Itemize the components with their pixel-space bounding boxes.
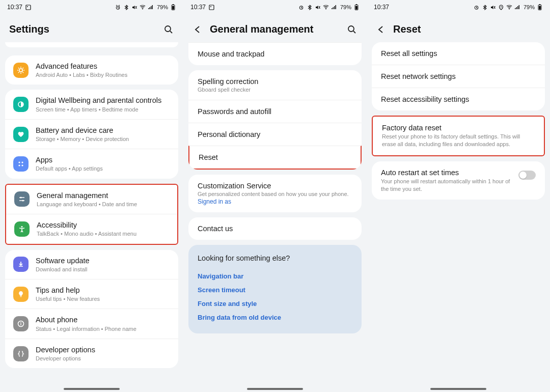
page-title: Reset [393, 23, 421, 35]
row-factory-reset[interactable]: Factory data reset Reset your phone to i… [373, 117, 544, 155]
row-subtitle: Get personalized content based on how yo… [198, 191, 352, 197]
settings-group: Digital Wellbeing and parental controls … [5, 90, 178, 178]
row-digital-wellbeing[interactable]: Digital Wellbeing and parental controls … [5, 90, 178, 119]
row-personal-dictionary[interactable]: Personal dictionary [188, 123, 362, 146]
svg-point-14 [20, 197, 21, 199]
battery-icon [537, 4, 543, 10]
row-title: Spelling correction [198, 77, 352, 86]
svg-rect-17 [20, 296, 22, 297]
back-button[interactable] [193, 24, 203, 35]
svg-point-31 [509, 9, 510, 10]
row-title: General management [37, 191, 169, 200]
row-reset-network[interactable]: Reset network settings [372, 65, 545, 88]
row-title: About phone [36, 315, 170, 324]
row-title: Software update [36, 256, 170, 265]
svg-rect-20 [20, 323, 21, 325]
row-title: Apps [36, 155, 170, 164]
link-navigation-bar[interactable]: Navigation bar [198, 269, 352, 283]
bluetooth-icon [482, 5, 488, 10]
row-apps[interactable]: Apps Default apps • App settings [5, 149, 178, 178]
row-passwords-autofill[interactable]: Passwords and autofill [188, 100, 362, 123]
nav-handle[interactable] [430, 388, 486, 390]
alarm-icon [298, 5, 305, 10]
status-bar: 10:37 79% [183, 0, 367, 14]
svg-point-30 [501, 6, 502, 7]
status-time: 10:37 [190, 4, 206, 11]
row-reset[interactable]: Reset [188, 146, 362, 170]
row-software-update[interactable]: Software update Download and install [5, 250, 178, 279]
info-icon [13, 316, 29, 331]
nav-handle[interactable] [247, 388, 303, 390]
wifi-icon [506, 5, 512, 10]
battery-icon [170, 4, 176, 10]
row-subtitle: Reset your phone to its factory default … [382, 133, 535, 148]
screen-general-management: 10:37 79% General management [183, 0, 367, 392]
svg-rect-33 [539, 4, 540, 5]
row-subtitle: Language and keyboard • Date and time [37, 201, 169, 208]
card-peek [5, 42, 178, 47]
svg-point-13 [21, 164, 23, 166]
row-auto-restart[interactable]: Auto restart at set times Your phone wil… [372, 161, 545, 200]
sliders-icon [14, 191, 30, 207]
row-title: Reset all settings [381, 49, 536, 58]
svg-rect-34 [539, 6, 541, 10]
signal-icon [514, 5, 520, 10]
status-time: 10:37 [7, 4, 22, 11]
row-title: Passwords and autofill [198, 107, 352, 116]
row-subtitle: Android Auto • Labs • Bixby Routines [36, 71, 170, 78]
status-battery: 79% [157, 4, 168, 10]
svg-point-28 [348, 26, 354, 32]
settings-group: Software update Download and install Tip… [5, 250, 178, 369]
bluetooth-icon [123, 5, 129, 10]
row-title: Factory data reset [382, 124, 535, 132]
back-button[interactable] [376, 24, 386, 35]
row-reset-accessibility[interactable]: Reset accessibility settings [372, 88, 545, 110]
row-accessibility[interactable]: Accessibility TalkBack • Mono audio • As… [6, 214, 177, 243]
svg-point-16 [21, 226, 22, 228]
row-battery-care[interactable]: Battery and device care Storage • Memory… [5, 119, 178, 149]
row-tips-help[interactable]: Tips and help Useful tips • New features [5, 279, 178, 309]
status-battery: 79% [524, 4, 535, 10]
row-about-phone[interactable]: About phone Status • Legal information •… [5, 309, 178, 338]
link-font-size[interactable]: Font size and style [198, 297, 352, 311]
looking-for-card: Looking for something else? Navigation b… [188, 245, 362, 333]
gm-group: Contact us [188, 217, 362, 240]
row-customization[interactable]: Customization Service Get personalized c… [188, 175, 362, 212]
svg-point-1 [27, 6, 28, 7]
nav-handle[interactable] [64, 388, 120, 390]
link-bring-data[interactable]: Bring data from old device [198, 311, 352, 324]
header: General management [183, 14, 367, 42]
row-general-management[interactable]: General management Language and keyboard… [6, 185, 177, 214]
row-subtitle: Screen time • App timers • Bedtime mode [36, 106, 170, 113]
svg-point-3 [142, 9, 143, 10]
wifi-icon [323, 5, 329, 10]
reset-group: Auto restart at set times Your phone wil… [372, 161, 545, 200]
battery-icon [353, 4, 360, 10]
status-time: 10:37 [374, 4, 389, 11]
row-developer-options[interactable]: Developer options Developer options [5, 339, 178, 368]
link-screen-timeout[interactable]: Screen timeout [198, 283, 352, 297]
row-subtitle: Status • Legal information • Phone name [36, 325, 170, 332]
svg-rect-26 [356, 4, 357, 5]
search-icon[interactable] [346, 24, 358, 35]
screen-reset: 10:37 79% Reset [367, 0, 550, 392]
search-icon[interactable] [163, 24, 174, 35]
gm-group: Mouse and trackpad [188, 42, 362, 65]
gm-group: Spelling correction Gboard spell checker… [188, 70, 362, 170]
row-mouse-trackpad[interactable]: Mouse and trackpad [188, 43, 362, 65]
row-contact-us[interactable]: Contact us [188, 217, 362, 240]
auto-restart-toggle[interactable] [518, 171, 536, 180]
row-advanced-features[interactable]: Advanced features Android Auto • Labs • … [5, 55, 178, 85]
row-title: Developer options [36, 345, 170, 354]
svg-rect-0 [26, 5, 31, 10]
status-bar: 10:37 79% [0, 0, 183, 14]
accessibility-icon [14, 221, 30, 237]
svg-point-10 [18, 161, 20, 163]
advanced-features-icon [13, 63, 29, 78]
page-title: Settings [9, 23, 49, 35]
row-spelling[interactable]: Spelling correction Gboard spell checker [188, 70, 362, 100]
page-title: General management [210, 23, 313, 35]
status-bar: 10:37 79% [367, 0, 550, 14]
svg-point-7 [165, 26, 171, 32]
row-reset-all[interactable]: Reset all settings [372, 42, 545, 65]
